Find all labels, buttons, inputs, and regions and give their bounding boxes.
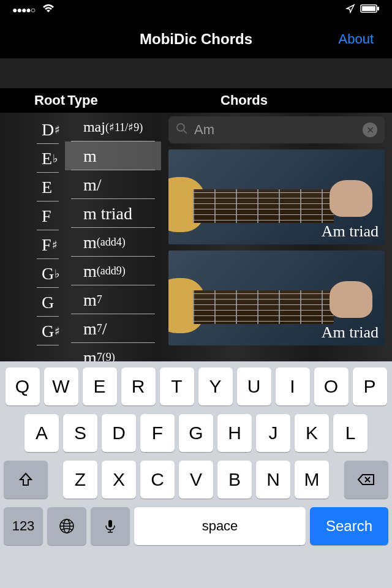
key-f[interactable]: F [140, 414, 175, 452]
key-j[interactable]: J [256, 414, 290, 452]
svg-line-4 [184, 130, 187, 134]
app-header: MobiDic Chords About [0, 20, 392, 59]
chords-header: Chords [221, 92, 392, 108]
type-item[interactable]: m(add9) [65, 257, 161, 285]
content-area: D♯E♭EFF♯G♭GG♯ maj(♯11/♯9)mm/m triadm(add… [0, 113, 392, 361]
svg-point-3 [177, 124, 184, 131]
key-b[interactable]: B [217, 461, 252, 499]
chord-thumbnail[interactable]: Am triad [168, 251, 385, 345]
mic-key[interactable] [91, 507, 130, 545]
location-icon [345, 4, 355, 16]
key-e[interactable]: E [83, 368, 117, 405]
root-item[interactable]: F [0, 202, 65, 230]
root-item[interactable]: E♭ [0, 144, 65, 173]
backspace-key[interactable] [344, 461, 388, 499]
svg-rect-1 [362, 6, 375, 11]
sub-header [0, 59, 392, 88]
key-y[interactable]: Y [198, 368, 233, 405]
key-c[interactable]: C [140, 461, 175, 499]
search-box[interactable]: ✕ [168, 116, 385, 143]
about-button[interactable]: About [339, 31, 374, 47]
app-title: MobiDic Chords [140, 31, 252, 48]
type-item[interactable]: m/ [65, 170, 161, 199]
svg-rect-10 [108, 520, 112, 527]
type-item[interactable]: m(add4) [65, 228, 161, 257]
key-k[interactable]: K [295, 414, 329, 452]
type-item[interactable]: m7/ [65, 314, 161, 343]
key-i[interactable]: I [276, 368, 310, 405]
key-x[interactable]: X [102, 461, 136, 499]
key-h[interactable]: H [217, 414, 252, 452]
chord-thumbnail[interactable]: Am triad [168, 149, 385, 244]
svg-rect-2 [377, 7, 379, 10]
root-item[interactable]: G [0, 288, 65, 317]
type-column[interactable]: maj(♯11/♯9)mm/m triadm(add4)m(add9)m7m7/… [65, 113, 161, 361]
signal-dots: ●●●●○ [12, 5, 35, 15]
key-o[interactable]: O [314, 368, 349, 405]
type-item[interactable]: m7(9) [65, 343, 161, 361]
type-header: Type [67, 92, 221, 108]
status-bar: ●●●●○ [0, 0, 392, 20]
key-n[interactable]: N [256, 461, 290, 499]
shift-key[interactable] [4, 461, 48, 499]
key-q[interactable]: Q [6, 368, 40, 405]
key-a[interactable]: A [24, 414, 59, 452]
root-item[interactable]: G♭ [0, 259, 65, 288]
globe-key[interactable] [47, 507, 86, 545]
key-v[interactable]: V [179, 461, 213, 499]
root-item[interactable]: F♯ [0, 230, 65, 259]
key-g[interactable]: G [179, 414, 213, 452]
key-m[interactable]: M [295, 461, 329, 499]
type-item[interactable]: m triad [65, 199, 161, 228]
root-item[interactable]: D♯ [0, 115, 65, 144]
keyboard: QWERTYUIOP ASDFGHJKL ZXCVBNM 123 space S… [0, 361, 392, 588]
chord-label: Am triad [322, 323, 379, 342]
root-column[interactable]: D♯E♭EFF♯G♭GG♯ [0, 113, 65, 361]
root-item[interactable]: G♯ [0, 317, 65, 345]
key-d[interactable]: D [102, 414, 136, 452]
key-p[interactable]: P [353, 368, 387, 405]
key-w[interactable]: W [44, 368, 78, 405]
root-header: Root [0, 92, 67, 108]
type-item[interactable]: maj(♯11/♯9) [65, 113, 161, 141]
root-item[interactable]: E [0, 173, 65, 202]
wifi-icon [42, 4, 55, 16]
key-r[interactable]: R [121, 368, 156, 405]
numeric-key[interactable]: 123 [4, 507, 43, 545]
key-s[interactable]: S [63, 414, 97, 452]
key-t[interactable]: T [160, 368, 194, 405]
type-item[interactable]: m [65, 141, 161, 170]
key-l[interactable]: L [333, 414, 368, 452]
key-u[interactable]: U [237, 368, 271, 405]
search-key[interactable]: Search [310, 507, 388, 545]
search-icon [176, 123, 188, 137]
space-key[interactable]: space [134, 507, 306, 545]
type-item[interactable]: m7 [65, 285, 161, 314]
chord-label: Am triad [322, 222, 379, 241]
search-input[interactable] [194, 122, 363, 138]
column-headers: Root Type Chords [0, 88, 392, 113]
key-z[interactable]: Z [63, 461, 97, 499]
battery-icon [360, 4, 380, 15]
chords-column: ✕ Am triadAm triad [161, 113, 392, 361]
clear-icon[interactable]: ✕ [363, 123, 377, 137]
